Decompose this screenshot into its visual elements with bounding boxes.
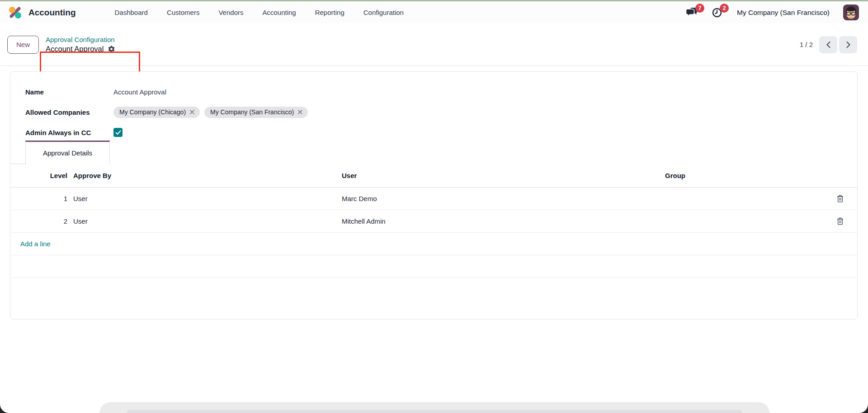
column-header-user[interactable]: User: [342, 172, 665, 179]
tag-remove-icon[interactable]: [190, 110, 194, 114]
breadcrumb: Approval Configuration Account Approval: [46, 36, 115, 53]
breadcrumb-parent-link[interactable]: Approval Configuration: [46, 36, 115, 43]
field-row-allowed-companies: Allowed Companies My Company (Chicago) M…: [25, 106, 857, 118]
activities-menu-button[interactable]: 2: [712, 7, 722, 18]
trash-icon: [837, 195, 844, 202]
company-tag[interactable]: My Company (Chicago): [113, 107, 200, 118]
nav-item-customers[interactable]: Customers: [167, 9, 200, 16]
tab-approval-details[interactable]: Approval Details: [25, 141, 110, 164]
field-row-name: Name Account Approval: [25, 85, 857, 98]
pager-next-button[interactable]: [839, 36, 857, 53]
messages-badge: 7: [695, 4, 704, 13]
cell-user[interactable]: Marc Demo: [342, 195, 665, 202]
delete-row-button[interactable]: [837, 195, 857, 202]
form-fields: Name Account Approval Allowed Companies …: [10, 72, 857, 139]
pager-value[interactable]: 1 / 2: [800, 41, 813, 48]
pager-buttons: [819, 36, 857, 53]
admin-cc-checkbox[interactable]: [113, 128, 123, 137]
nav-item-configuration[interactable]: Configuration: [363, 9, 404, 16]
tab-strip-line: [10, 164, 26, 164]
allowed-companies-field[interactable]: My Company (Chicago) My Company (San Fra…: [113, 107, 308, 118]
navbar-systray: 7 2 My Company (San Francisco): [686, 5, 859, 20]
add-line-row: Add a line: [10, 233, 857, 255]
company-tag-label: My Company (San Francisco): [210, 108, 294, 116]
notebook-tabs: Approval Details: [10, 141, 857, 164]
form-sheet: Name Account Approval Allowed Companies …: [10, 71, 858, 319]
messages-menu-button[interactable]: 7: [686, 7, 698, 18]
nav-item-vendors[interactable]: Vendors: [218, 9, 243, 16]
chevron-right-icon: [846, 41, 851, 48]
chevron-left-icon: [826, 41, 831, 48]
allowed-companies-label: Allowed Companies: [25, 108, 113, 116]
checkmark-icon: [115, 130, 121, 135]
accounting-app-icon[interactable]: [9, 6, 21, 19]
table-row[interactable]: 1 User Marc Demo: [10, 188, 857, 210]
tag-remove-icon[interactable]: [298, 110, 302, 114]
nav-item-dashboard[interactable]: Dashboard: [115, 9, 148, 16]
field-row-admin-cc: Admin Always in CC: [25, 126, 857, 139]
gear-icon[interactable]: [108, 45, 115, 53]
breadcrumb-current: Account Approval: [46, 45, 115, 53]
breadcrumb-current-label: Account Approval: [46, 45, 104, 53]
window-bottom-right-corner: [858, 404, 868, 413]
user-avatar[interactable]: [843, 5, 859, 20]
add-a-line-link[interactable]: Add a line: [20, 240, 51, 248]
approval-details-table: Level Approve By User Group 1 User Marc …: [10, 164, 857, 278]
admin-cc-label: Admin Always in CC: [25, 129, 113, 136]
nav-item-reporting[interactable]: Reporting: [315, 9, 344, 16]
delete-row-button[interactable]: [837, 217, 857, 225]
logo-orange-dot: [9, 7, 15, 13]
top-navbar: Accounting Dashboard Customers Vendors A…: [0, 1, 868, 23]
bottom-dock: [99, 402, 769, 413]
company-switcher[interactable]: My Company (San Francisco): [737, 9, 830, 17]
app-name[interactable]: Accounting: [28, 8, 76, 18]
table-row[interactable]: 2 User Mitchell Admin: [10, 210, 857, 233]
cell-approve-by[interactable]: User: [67, 217, 342, 225]
table-header-row: Level Approve By User Group: [10, 164, 857, 188]
nav-item-accounting[interactable]: Accounting: [262, 9, 296, 16]
company-tag-label: My Company (Chicago): [119, 108, 186, 116]
company-tag[interactable]: My Company (San Francisco): [204, 107, 308, 118]
pager: 1 / 2: [800, 36, 861, 53]
cell-level[interactable]: 2: [10, 217, 67, 225]
odoo-window: Accounting Dashboard Customers Vendors A…: [0, 0, 868, 413]
pager-previous-button[interactable]: [819, 36, 837, 53]
new-button[interactable]: New: [7, 36, 39, 54]
window-bottom-left-corner: [0, 404, 10, 413]
name-field-input[interactable]: Account Approval: [113, 88, 166, 96]
column-header-group[interactable]: Group: [665, 172, 815, 179]
cell-approve-by[interactable]: User: [67, 195, 342, 202]
cell-user[interactable]: Mitchell Admin: [342, 217, 665, 225]
trash-icon: [837, 217, 844, 225]
control-panel: New Approval Configuration Account Appro…: [0, 23, 868, 66]
logo-teal-dot: [15, 12, 21, 19]
activities-badge: 2: [720, 4, 729, 13]
name-field-label: Name: [25, 88, 113, 96]
cell-level[interactable]: 1: [10, 195, 67, 202]
column-header-approve-by[interactable]: Approve By: [67, 172, 342, 179]
main-menu: Dashboard Customers Vendors Accounting R…: [115, 9, 404, 16]
column-header-level[interactable]: Level: [10, 172, 67, 179]
empty-table-row: [10, 255, 857, 278]
